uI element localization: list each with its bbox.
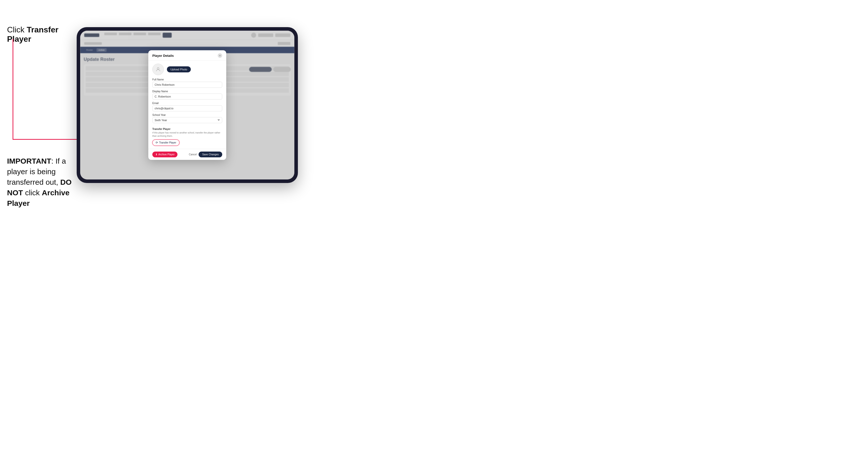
- modal-title: Player Details: [152, 54, 174, 58]
- player-details-modal: Player Details ×: [148, 50, 226, 160]
- annotation-vertical-line: [12, 39, 13, 139]
- modal-footer: ⬇ Archive Player Cancel Save Changes: [148, 149, 226, 160]
- modal-body: Upload Photo Full Name Display Name: [148, 61, 226, 149]
- school-year-group: School Year Sixth Year First Year Second…: [152, 114, 222, 123]
- archive-player-button[interactable]: ⬇ Archive Player: [152, 152, 178, 157]
- display-name-group: Display Name: [152, 90, 222, 99]
- transfer-button-label: Transfer Player: [159, 141, 176, 144]
- display-name-input[interactable]: [152, 93, 222, 99]
- instruction-click-text: Click Transfer Player: [7, 25, 75, 44]
- modal-close-button[interactable]: ×: [218, 53, 222, 58]
- upload-photo-button[interactable]: Upload Photo: [167, 66, 191, 72]
- email-input[interactable]: [152, 105, 222, 111]
- full-name-label: Full Name: [152, 78, 222, 81]
- modal-overlay: Player Details ×: [80, 31, 294, 180]
- save-changes-button[interactable]: Save Changes: [198, 152, 222, 157]
- avatar-section: Upload Photo: [152, 64, 222, 75]
- school-year-select[interactable]: Sixth Year First Year Second Year Third …: [152, 117, 222, 123]
- click-prefix: Click: [7, 25, 27, 34]
- transfer-section-label: Transfer Player: [152, 128, 222, 130]
- tablet-device: Roster Active Update Roster P: [77, 27, 298, 183]
- school-year-label: School Year: [152, 114, 222, 116]
- full-name-group: Full Name: [152, 78, 222, 88]
- important-instruction: IMPORTANT: If a player is being transfer…: [7, 156, 75, 209]
- do-not-rest: click: [23, 188, 42, 197]
- instruction-click-area: Click Transfer Player: [7, 25, 75, 49]
- close-icon: ×: [219, 54, 221, 57]
- tablet-screen: Roster Active Update Roster P: [80, 31, 294, 180]
- archive-icon: ⬇: [155, 153, 157, 156]
- cancel-button[interactable]: Cancel: [189, 153, 196, 156]
- archive-button-label: Archive Player: [158, 153, 175, 156]
- modal-header: Player Details ×: [148, 50, 226, 61]
- full-name-input[interactable]: [152, 82, 222, 88]
- email-group: Email: [152, 102, 222, 111]
- important-label: IMPORTANT: [7, 157, 51, 165]
- svg-point-0: [157, 68, 159, 69]
- display-name-label: Display Name: [152, 90, 222, 93]
- transfer-player-button[interactable]: ⟳ Transfer Player: [152, 139, 180, 146]
- transfer-section-description: If this player has moved to another scho…: [152, 131, 222, 137]
- avatar-placeholder: [152, 64, 164, 75]
- email-label: Email: [152, 102, 222, 104]
- transfer-player-section: Transfer Player If this player has moved…: [152, 126, 222, 146]
- transfer-icon: ⟳: [156, 141, 158, 144]
